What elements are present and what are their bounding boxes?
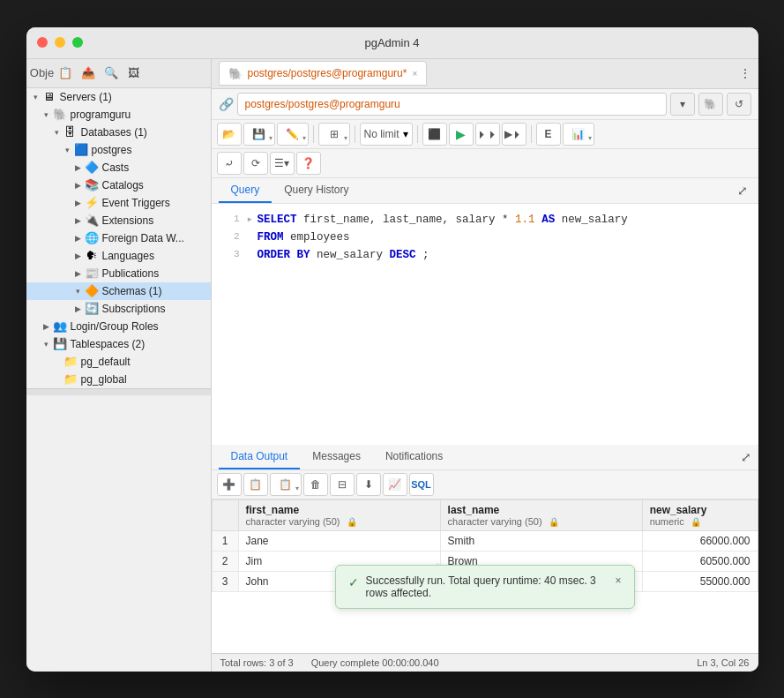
tree-item-casts[interactable]: ▶ 🔷 Casts	[26, 159, 211, 176]
tree-item-pg-default[interactable]: ▶ 📁 pg_default	[26, 353, 211, 371]
limit-dropdown[interactable]: No limit ▾	[360, 123, 413, 146]
table-row[interactable]: 1 Jane Smith 66000.000	[212, 530, 758, 551]
data-delete-btn[interactable]: 🗑	[303, 473, 328, 496]
query-editor-tab[interactable]: 🐘 postgres/postgres@programguru* ×	[219, 61, 428, 86]
data-filter-btn[interactable]: ⊟	[330, 473, 355, 496]
tab-close-btn[interactable]: ×	[412, 69, 417, 79]
filter-btn[interactable]: ⊞▾	[318, 123, 350, 146]
run-prepared-btn[interactable]: ▶⏵	[502, 123, 526, 146]
data-chart-btn[interactable]: 📈	[383, 473, 407, 496]
tree-item-catalogs[interactable]: ▶ 📚 Catalogs	[26, 176, 211, 194]
conn-db-btn[interactable]: 🐘	[698, 93, 723, 116]
sidebar-btn-2[interactable]: 📤	[78, 63, 99, 84]
tree-item-extensions[interactable]: ▶ 🔌 Extensions	[26, 212, 211, 229]
sidebar-btn-4[interactable]: 🖼	[123, 63, 145, 84]
tree-item-postgres-db[interactable]: ▾ 🟦 postgres	[26, 141, 211, 159]
data-add-btn[interactable]: ➕	[217, 473, 242, 496]
sidebar: Obje 📋 📤 🔍 🖼 ▾ 🖥 Servers (1) ▾	[26, 59, 212, 672]
code-line-1: 1 ▸ SELECT first_name, last_name, salary…	[212, 211, 758, 229]
tree-item-pg-global[interactable]: ▶ 📁 pg_global	[26, 371, 211, 388]
tree-label-programguru: programguru	[71, 109, 131, 121]
edit-btn[interactable]: ✏️▾	[277, 123, 309, 146]
open-file-btn[interactable]: 📂	[217, 123, 242, 146]
col-header-last-name[interactable]: last_name character varying (50) 🔒	[440, 499, 642, 530]
tree-label-publications: Publications	[102, 267, 160, 280]
tab-query[interactable]: Query	[219, 178, 273, 203]
query-expand-btn[interactable]: ⤢	[734, 180, 751, 201]
tree-item-databases[interactable]: ▾ 🗄 Databases (1)	[26, 124, 211, 141]
code-editor[interactable]: 1 ▸ SELECT first_name, last_name, salary…	[212, 204, 758, 445]
maximize-button[interactable]	[72, 37, 83, 48]
help-btn[interactable]: ❓	[296, 152, 321, 175]
commit-btn[interactable]: ⤾	[217, 152, 242, 175]
extensions-icon: 🔌	[85, 214, 99, 228]
tree-arrow-databases: ▾	[51, 128, 63, 137]
minimize-button[interactable]	[55, 37, 65, 48]
notification-close-btn[interactable]: ×	[615, 574, 621, 587]
sep4	[531, 125, 532, 143]
data-paste-btn[interactable]: 📋▾	[270, 473, 302, 496]
code-content-2: FROM employees	[258, 229, 350, 246]
sidebar-btn-3[interactable]: 🔍	[101, 63, 122, 84]
data-sql-btn[interactable]: SQL	[409, 473, 434, 496]
databases-icon: 🗄	[63, 125, 78, 139]
tree-arrow-foreign-data: ▶	[72, 234, 85, 243]
data-toolbar: ➕ 📋 📋▾ 🗑 ⊟ ⬇ 📈 SQL	[212, 470, 758, 499]
tab-query-history[interactable]: Query History	[272, 178, 361, 203]
tab-data-output[interactable]: Data Output	[219, 445, 301, 469]
col-header-new-salary[interactable]: new_salary numeric 🔒	[642, 499, 758, 530]
tab-messages[interactable]: Messages	[300, 445, 373, 469]
output-expand-btn[interactable]: ⤢	[741, 450, 751, 464]
tree-item-languages[interactable]: ▶ 🗣 Languages	[26, 247, 211, 265]
cell-last-name-1[interactable]: Smith	[440, 530, 642, 551]
conn-icon: 🔗	[219, 97, 234, 111]
save-btn[interactable]: 💾▾	[243, 123, 275, 146]
tree-label-event-triggers: Event Triggers	[102, 197, 170, 209]
right-panel: 🐘 postgres/postgres@programguru* × ⋮ 🔗 ▾…	[212, 59, 758, 672]
close-button[interactable]	[37, 37, 48, 48]
tree-item-login-roles[interactable]: ▶ 👥 Login/Group Roles	[26, 318, 211, 335]
pg-global-icon: 📁	[63, 372, 78, 387]
row-num-header	[212, 499, 238, 530]
cell-salary-1[interactable]: 66000.000	[642, 530, 758, 551]
data-copy-btn[interactable]: 📋	[243, 473, 268, 496]
macros-btn[interactable]: ☰▾	[270, 152, 295, 175]
tree-item-subscriptions[interactable]: ▶ 🔄 Subscriptions	[26, 300, 211, 318]
conn-dropdown-btn[interactable]: ▾	[670, 93, 695, 116]
sidebar-btn-1[interactable]: 📋	[55, 63, 76, 84]
tree-item-programguru[interactable]: ▾ 🐘 programguru	[26, 106, 211, 124]
tree-item-servers[interactable]: ▾ 🖥 Servers (1)	[26, 88, 211, 106]
tree-item-event-triggers[interactable]: ▶ ⚡ Event Triggers	[26, 194, 211, 212]
tree-label-postgres-db: postgres	[92, 144, 132, 156]
query-toolbar-1: 📂 💾▾ ✏️▾ ⊞▾ No limit ▾ ⬛ ▶	[212, 120, 758, 149]
foreign-data-icon: 🌐	[85, 231, 99, 245]
tree-item-schemas[interactable]: ▾ 🔶 Schemas (1)	[26, 282, 211, 300]
main-window: pgAdmin 4 Obje 📋 📤 🔍 🖼 ▾ 🖥 Servers (1)	[26, 27, 758, 672]
connection-input[interactable]	[237, 93, 667, 116]
tree-label-pg-default: pg_default	[81, 356, 131, 368]
tree-item-foreign-data[interactable]: ▶ 🌐 Foreign Data W...	[26, 229, 211, 247]
tree-label-languages: Languages	[102, 250, 154, 262]
tree-item-tablespaces[interactable]: ▾ 💾 Tablespaces (2)	[26, 335, 211, 353]
tab-notifications[interactable]: Notifications	[373, 445, 455, 469]
tree-item-publications[interactable]: ▶ 📰 Publications	[26, 265, 211, 282]
run-script-btn[interactable]: ⏵⏵	[475, 123, 500, 146]
rollback-btn[interactable]: ⟳	[243, 152, 268, 175]
explain-btn[interactable]: E	[536, 123, 561, 146]
window-title: pgAdmin 4	[364, 36, 419, 49]
col-header-first-name[interactable]: first_name character varying (50) 🔒	[238, 499, 440, 530]
analyze-btn[interactable]: 📊▾	[563, 123, 594, 146]
status-bar: Total rows: 3 of 3 Query complete 00:00:…	[212, 653, 758, 672]
object-explorer-btn[interactable]: Obje	[32, 63, 53, 84]
tab-more-btn[interactable]: ⋮	[739, 66, 751, 80]
stop-btn[interactable]: ⬛	[422, 123, 447, 146]
conn-refresh-btn[interactable]: ↺	[727, 93, 751, 116]
data-download-btn[interactable]: ⬇	[356, 473, 381, 496]
cell-salary-2[interactable]: 60500.000	[642, 551, 758, 571]
sidebar-scrollbar[interactable]	[26, 388, 211, 395]
sep2	[355, 125, 355, 143]
run-btn[interactable]: ▶	[449, 123, 474, 146]
cell-salary-3[interactable]: 55000.000	[642, 571, 758, 591]
titlebar: pgAdmin 4	[26, 27, 758, 59]
cell-first-name-1[interactable]: Jane	[238, 530, 440, 551]
